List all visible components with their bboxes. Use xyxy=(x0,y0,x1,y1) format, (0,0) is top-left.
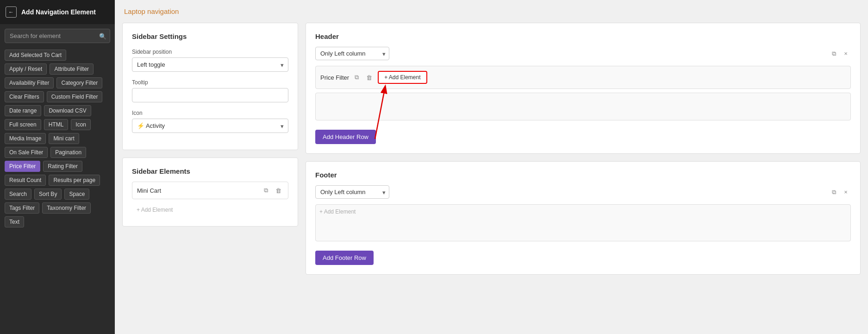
header-empty-area xyxy=(315,93,851,120)
back-button[interactable]: ← xyxy=(6,6,17,18)
position-group: Sidebar position Left toggle Right toggl… xyxy=(132,49,288,72)
sidebar-settings-card: Sidebar Settings Sidebar position Left t… xyxy=(122,23,298,150)
main-content: Laptop navigation Sidebar Settings Sideb… xyxy=(115,0,868,334)
header-price-filter-label: Price Filter xyxy=(320,74,349,81)
icon-group: Icon ⚡ Activity xyxy=(132,110,288,133)
header-row-icons: ⧉ × xyxy=(829,49,851,59)
sidebar-elements-card: Sidebar Elements Mini Cart ⧉ 🗑 + Add Ele… xyxy=(122,158,298,227)
sidebar-tag-pagination[interactable]: Pagination xyxy=(50,147,86,158)
position-select[interactable]: Left toggle Right toggle Left push Right… xyxy=(132,57,288,72)
position-select-wrapper: Left toggle Right toggle Left push Right… xyxy=(132,57,288,72)
sidebar-tag-media-image[interactable]: Media Image xyxy=(5,133,46,144)
header-copy-icon[interactable]: ⧉ xyxy=(829,49,839,59)
footer-add-area: + Add Element xyxy=(315,204,851,241)
sidebar-tag-attribute-filter[interactable]: Attribute Filter xyxy=(50,63,94,75)
header-column-select[interactable]: Only Left column Only Right column Both … xyxy=(315,47,389,60)
tooltip-group: Tooltip xyxy=(132,79,288,102)
header-title: Header xyxy=(315,32,851,40)
sidebar-tag-space[interactable]: Space xyxy=(64,189,89,200)
sidebar: ← Add Navigation Element 🔍 Add Selected … xyxy=(0,0,115,334)
search-icon: 🔍 xyxy=(99,32,106,39)
sidebar-tag-download-csv[interactable]: Download CSV xyxy=(44,105,91,116)
sidebar-tag-taxonomy-filter[interactable]: Taxonomy Filter xyxy=(42,202,91,214)
icon-label: Icon xyxy=(132,110,288,116)
footer-title: Footer xyxy=(315,171,851,179)
sidebar-tag-availability-filter[interactable]: Availability Filter xyxy=(5,77,54,88)
tooltip-input[interactable] xyxy=(132,88,288,102)
footer-column-selector: Only Left column Only Right column Both … xyxy=(315,185,851,199)
sidebar-add-element-button[interactable]: + Add Element xyxy=(132,203,288,217)
footer-copy-icon[interactable]: ⧉ xyxy=(829,187,839,197)
sidebar-tag-clear-filters[interactable]: Clear Filters xyxy=(5,91,44,102)
panel-right: Header Only Left column Only Right colum… xyxy=(306,23,861,282)
tooltip-label: Tooltip xyxy=(132,79,288,86)
footer-add-element-text[interactable]: + Add Element xyxy=(319,208,356,215)
sidebar-tag-mini-cart[interactable]: Mini cart xyxy=(49,133,79,144)
position-label: Sidebar position xyxy=(132,49,288,55)
sidebar-tag-result-count[interactable]: Result Count xyxy=(5,175,46,186)
sidebar-tag-rating-filter[interactable]: Rating Filter xyxy=(43,161,82,172)
panel-left: Sidebar Settings Sidebar position Left t… xyxy=(122,23,298,282)
sidebar-tag-add-selected[interactable]: Add Selected To Cart xyxy=(5,50,66,61)
header-add-element-button[interactable]: + Add Element xyxy=(378,71,427,84)
page-title: Laptop navigation xyxy=(122,7,861,15)
icon-select[interactable]: ⚡ Activity xyxy=(132,119,288,133)
sidebar-elements-title: Sidebar Elements xyxy=(132,167,288,175)
delete-element-button[interactable]: 🗑 xyxy=(274,186,283,195)
search-box: 🔍 xyxy=(5,29,110,43)
sidebar-tag-category-filter[interactable]: Category Filter xyxy=(56,77,102,88)
header-card: Header Only Left column Only Right colum… xyxy=(306,23,861,154)
sidebar-tag-results-per-page[interactable]: Results per page xyxy=(49,175,100,186)
header-close-icon[interactable]: × xyxy=(841,49,851,59)
footer-column-select[interactable]: Only Left column Only Right column Both … xyxy=(315,185,389,199)
footer-card: Footer Only Left column Only Right colum… xyxy=(306,161,861,275)
footer-row-icons: ⧉ × xyxy=(829,187,851,197)
footer-close-icon[interactable]: × xyxy=(841,187,851,197)
icon-select-wrapper: ⚡ Activity xyxy=(132,119,288,133)
back-icon: ← xyxy=(8,9,14,15)
header-column-select-wrapper: Only Left column Only Right column Both … xyxy=(315,47,389,60)
sidebar-element-row: Mini Cart ⧉ 🗑 xyxy=(132,182,288,199)
sidebar-settings-title: Sidebar Settings xyxy=(132,32,288,40)
sidebar-tag-price-filter[interactable]: Price Filter xyxy=(5,161,40,172)
sidebar-tag-date-range[interactable]: Date range xyxy=(5,105,41,116)
sidebar-tag-icon[interactable]: Icon xyxy=(71,119,91,130)
sidebar-tag-search[interactable]: Search xyxy=(5,189,31,200)
sidebar-tag-full-screen[interactable]: Full screen xyxy=(5,119,41,130)
sidebar-title: Add Navigation Element xyxy=(21,8,96,16)
sidebar-tag-sort-by[interactable]: Sort By xyxy=(34,189,62,200)
footer-column-select-wrapper: Only Left column Only Right column Both … xyxy=(315,185,389,199)
tags-container: Add Selected To CartApply / ResetAttribu… xyxy=(0,47,115,232)
add-footer-row-button[interactable]: Add Footer Row xyxy=(315,251,374,265)
sidebar-tag-on-sale-filter[interactable]: On Sale Filter xyxy=(5,147,48,158)
header-delete-element-button[interactable]: 🗑 xyxy=(364,73,374,82)
header-element-row-container: Price Filter ⧉ 🗑 + Add Element xyxy=(315,66,851,89)
sidebar-tag-html[interactable]: HTML xyxy=(44,119,69,130)
sidebar-tag-apply-reset[interactable]: Apply / Reset xyxy=(5,63,47,75)
copy-element-button[interactable]: ⧉ xyxy=(262,186,270,195)
panels-row: Sidebar Settings Sidebar position Left t… xyxy=(122,23,861,282)
header-copy-element-button[interactable]: ⧉ xyxy=(353,73,361,82)
sidebar-element-label: Mini Cart xyxy=(137,187,258,194)
header-element-row: Price Filter ⧉ 🗑 + Add Element xyxy=(320,71,846,84)
search-input[interactable] xyxy=(5,29,110,43)
sidebar-tag-tags-filter[interactable]: Tags Filter xyxy=(5,202,39,214)
header-column-selector: Only Left column Only Right column Both … xyxy=(315,47,851,60)
sidebar-tag-custom-field-filter[interactable]: Custom Field Filter xyxy=(47,91,103,102)
sidebar-tag-text[interactable]: Text xyxy=(5,216,24,227)
add-header-row-button[interactable]: Add Header Row xyxy=(315,130,376,144)
sidebar-header: ← Add Navigation Element xyxy=(0,0,115,24)
